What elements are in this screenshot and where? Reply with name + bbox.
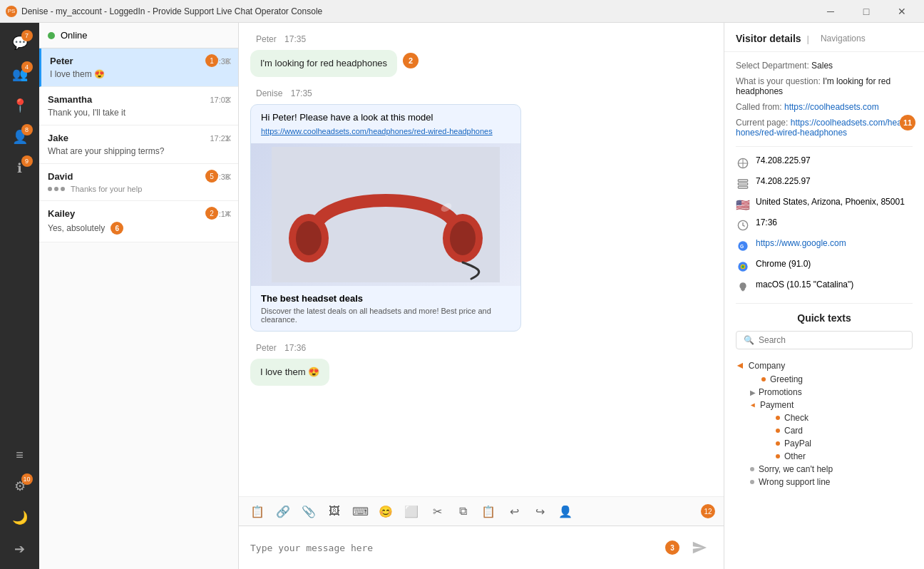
tree-item-card[interactable]: Card	[761, 424, 913, 437]
question-label: What is your question:	[736, 76, 823, 86]
titlebar: PS Denise - my_account - LoggedIn - Prov…	[0, 0, 924, 23]
chat-list-scroll[interactable]: Peter 17:36 I love them 😍 1 ✕ Samantha 1…	[39, 48, 238, 569]
tree-item-greeting[interactable]: Greeting	[747, 373, 913, 386]
check-label: Check	[784, 413, 808, 423]
sidebar-item-analytics[interactable]: 👤 8	[6, 123, 34, 151]
chat-item-jake[interactable]: Jake 17:21 What are your shipping terms?…	[39, 125, 238, 164]
sidebar-item-location[interactable]: 📍	[6, 91, 34, 120]
close-button[interactable]: ✕	[885, 0, 918, 23]
sidebar-bottom: ≡ ⚙ 10 🌙 ➔	[6, 441, 34, 563]
visitors-badge: 4	[21, 61, 33, 73]
ip-row: 74.208.225.97	[736, 155, 913, 170]
flag-icon: 🇺🇸	[736, 198, 750, 212]
toolbar-cut-btn[interactable]: ✂	[427, 501, 447, 521]
minimize-button[interactable]: ─	[814, 0, 847, 23]
chat-item-jake-preview: What are your shipping terms?	[48, 146, 230, 156]
send-button[interactable]	[687, 535, 712, 560]
tree-payment[interactable]: ▼ Payment	[747, 399, 913, 411]
toolbar-paste-btn[interactable]: 📋	[478, 501, 498, 521]
toolbar-expand-btn[interactable]: ⬜	[401, 501, 421, 521]
david-badge: 5	[205, 170, 218, 183]
svg-point-17	[741, 265, 744, 268]
toolbar-add-btn[interactable]: 🔗	[273, 501, 293, 521]
rich-card-link[interactable]: https://www.coolheadsets.com/headphones/…	[261, 127, 493, 135]
jake-preview-text: What are your shipping terms?	[48, 146, 164, 156]
chat-item-peter[interactable]: Peter 17:36 I love them 😍 1 ✕	[39, 48, 238, 87]
called-from-link[interactable]: https://coolheadsets.com	[784, 102, 879, 112]
quick-texts-search-input[interactable]	[759, 335, 905, 345]
toolbar-person-btn[interactable]: 👤	[555, 501, 575, 521]
tree-item-wrong-support[interactable]: Wrong support line	[747, 476, 913, 488]
sidebar-item-settings[interactable]: ⚙ 10	[6, 472, 34, 501]
toolbar-clip-btn[interactable]: 📎	[299, 501, 319, 521]
main-container: 💬 7 👥 4 📍 👤 8 ℹ 9 ≡ ⚙ 10 🌙	[0, 23, 924, 569]
chat-item-samantha[interactable]: Samantha 17:02 Thank you, I'll take it ✕	[39, 87, 238, 125]
kailey-badge: 2	[205, 207, 218, 220]
rich-card-title: The best headset deals	[261, 293, 510, 304]
info-badge: 9	[21, 155, 33, 167]
sidebar-item-logout[interactable]: ➔	[6, 535, 34, 563]
chat-item-kailey[interactable]: Kailey 17:14 Yes, absolutely 6 2 ✕	[39, 201, 238, 242]
typing-dot-3	[61, 187, 65, 191]
chat-item-kailey-name: Kailey	[48, 208, 75, 219]
called-from-row: Called from: https://coolheadsets.com	[736, 102, 913, 112]
navigations-link[interactable]: Navigations	[821, 34, 866, 43]
sidebar-item-menu[interactable]: ≡	[6, 441, 34, 469]
other-label: Other	[784, 451, 806, 461]
os-row: macOS (10.15 "Catalina")	[736, 280, 913, 294]
peter-close-btn[interactable]: ✕	[224, 56, 232, 67]
chat-messages: Peter 17:35 I'm looking for red headphon…	[239, 23, 724, 496]
sidebar-item-chats[interactable]: 💬 7	[6, 29, 34, 57]
samantha-close-btn[interactable]: ✕	[224, 94, 232, 106]
toolbar-emoji-btn[interactable]: 😊	[376, 501, 396, 521]
tree-company[interactable]: ▼ Company Greeting ▶ Promotions ▼ Paymen…	[736, 357, 913, 491]
os-icon	[736, 280, 750, 294]
divider-2	[736, 303, 913, 304]
host-row: 74.208.225.97	[736, 176, 913, 191]
tree-item-check[interactable]: Check	[761, 411, 913, 424]
svg-rect-11	[738, 186, 747, 188]
location-icon: 📍	[12, 98, 28, 113]
jake-close-btn[interactable]: ✕	[224, 133, 232, 144]
sidebar-item-moon[interactable]: 🌙	[6, 503, 34, 532]
menu-icon: ≡	[16, 448, 24, 463]
company-arrow-icon: ▼	[735, 361, 746, 371]
analytics-badge: 8	[21, 124, 33, 135]
sidebar-item-visitors[interactable]: 👥 4	[6, 60, 34, 88]
browser-icon	[736, 260, 750, 274]
kailey-close-btn[interactable]: ✕	[224, 208, 232, 220]
typing-indicator	[48, 187, 65, 191]
toolbar-undo-btn[interactable]: ↩	[504, 501, 524, 521]
toolbar-template-btn[interactable]: 📋	[247, 501, 267, 521]
wrong-support-dot	[750, 480, 754, 484]
called-from-label: Called from:	[736, 102, 784, 112]
chat-list-header: Online	[39, 23, 238, 48]
david-close-btn[interactable]: ✕	[224, 171, 232, 183]
message-bubble-peter-1: I'm looking for red headphones	[250, 50, 397, 77]
chat-item-samantha-preview: Thank you, I'll take it	[48, 108, 230, 118]
online-indicator	[48, 32, 55, 39]
right-panel-scroll[interactable]: Select Department: Sales What is your qu…	[724, 52, 924, 569]
toolbar-badge-12: 12	[701, 504, 715, 518]
sidebar-item-info[interactable]: ℹ 9	[6, 154, 34, 183]
chat-input[interactable]	[250, 543, 658, 553]
chats-badge: 7	[21, 30, 33, 41]
toolbar-copy-btn[interactable]: ⧉	[453, 501, 473, 521]
referrer-row: G https://www.google.com	[736, 238, 913, 253]
tree-promotions[interactable]: ▶ Promotions	[747, 386, 913, 399]
maximize-button[interactable]: □	[850, 0, 883, 23]
toolbar-redo-btn[interactable]: ↪	[530, 501, 550, 521]
toolbar-image-btn[interactable]: 🖼	[324, 501, 344, 521]
chat-item-david[interactable]: David 17:36 Thanks for your help 5 ✕	[39, 164, 238, 201]
message-sender-peter-2: Peter 17:36	[250, 343, 712, 353]
kailey-extra-badge: 6	[111, 222, 123, 235]
tree-item-paypal[interactable]: PayPal	[761, 437, 913, 450]
department-label: Select Department:	[736, 61, 811, 71]
tree-item-other[interactable]: Other	[761, 450, 913, 463]
rich-card-content: Hi Peter! Please have a look at this mod…	[251, 105, 520, 143]
toolbar-format-btn[interactable]: ⌨	[350, 501, 370, 521]
tree-company-header[interactable]: ▼ Company	[736, 359, 913, 373]
tree-item-sorry[interactable]: Sorry, we can't help	[747, 463, 913, 476]
promotions-label: Promotions	[759, 387, 802, 397]
referrer-link[interactable]: https://www.google.com	[756, 238, 846, 248]
